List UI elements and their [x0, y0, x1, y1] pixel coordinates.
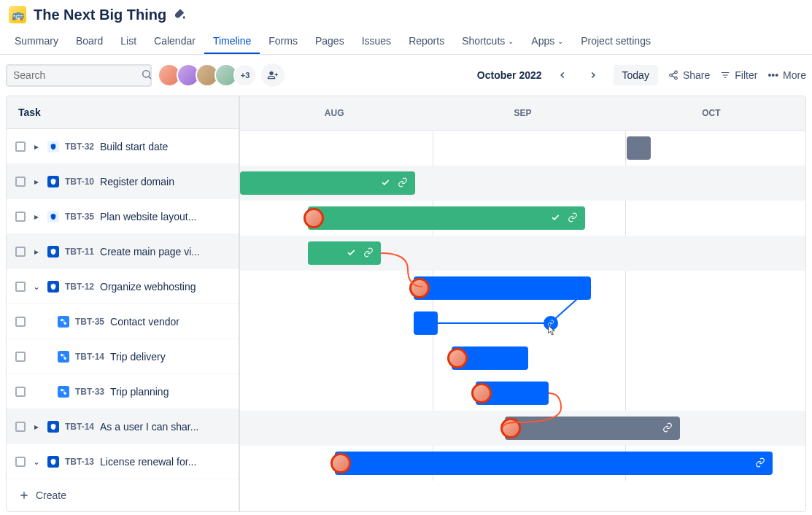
task-row[interactable]: ▸ TBT-35 Plan website layout...	[7, 199, 239, 234]
issue-type-icon	[47, 211, 59, 222]
assignee-avatar[interactable]	[447, 348, 468, 368]
task-id: TBT-12	[65, 282, 94, 292]
task-id: TBT-14	[75, 352, 104, 362]
task-row[interactable]: TBT-33 Trip planning	[7, 374, 239, 409]
search-input[interactable]	[13, 69, 141, 81]
task-row[interactable]: ⌄ TBT-12 Organize webhosting	[7, 269, 239, 304]
gantt-bar[interactable]	[505, 417, 680, 440]
task-name: Create main page vi...	[100, 246, 200, 258]
task-row[interactable]: ▸ TBT-32 Build start date	[7, 129, 239, 164]
gantt-bar[interactable]	[414, 276, 591, 300]
timeline-row	[240, 411, 805, 446]
task-id: TBT-10	[65, 177, 94, 187]
tab-apps[interactable]: Apps⌄	[522, 29, 572, 54]
theme-icon[interactable]	[174, 7, 187, 23]
gantt-bar[interactable]	[476, 382, 549, 405]
prev-button[interactable]	[552, 65, 573, 85]
checkbox[interactable]	[15, 177, 26, 187]
tab-board[interactable]: Board	[67, 29, 112, 54]
more-icon: •••	[767, 69, 778, 81]
checkbox[interactable]	[15, 317, 26, 327]
task-name: Plan website layout...	[100, 211, 196, 222]
share-button[interactable]: Share	[668, 69, 710, 81]
expand-icon[interactable]: ▸	[31, 142, 42, 152]
checkbox[interactable]	[15, 282, 26, 292]
assignee-avatar[interactable]	[500, 418, 521, 438]
task-row[interactable]: ▸ TBT-10 Register domain	[7, 164, 239, 199]
timeline-row	[240, 271, 805, 306]
tab-project-settings[interactable]: Project settings	[572, 29, 660, 54]
gantt-bar[interactable]	[240, 171, 415, 195]
avatar-overflow[interactable]: +3	[233, 63, 257, 87]
tab-summary[interactable]: Summary	[6, 29, 67, 54]
task-name: Build start date	[100, 141, 168, 152]
collapse-icon[interactable]: ⌄	[31, 282, 42, 292]
task-row[interactable]: ⌄ TBT-13 License renewal for...	[7, 444, 239, 479]
task-row[interactable]: TBT-14 Trip delivery	[7, 339, 239, 374]
gantt-bar[interactable]	[335, 452, 773, 475]
tab-calendar[interactable]: Calendar	[145, 29, 204, 54]
assignee-avatar[interactable]	[471, 383, 492, 403]
search-box[interactable]	[6, 64, 152, 87]
expand-icon[interactable]: ▸	[31, 212, 42, 222]
create-button[interactable]: Create	[7, 479, 239, 511]
timeline-row	[240, 166, 805, 201]
gantt-bar[interactable]	[308, 241, 381, 265]
gantt-bar[interactable]	[414, 311, 438, 335]
task-name: Organize webhosting	[100, 281, 196, 293]
more-button[interactable]: ••• More	[767, 69, 806, 81]
tab-timeline[interactable]: Timeline	[204, 29, 260, 54]
svg-rect-8	[64, 357, 66, 359]
collapse-icon[interactable]: ⌄	[31, 457, 42, 467]
checkbox[interactable]	[15, 212, 26, 222]
chevron-down-icon: ⌄	[557, 37, 563, 45]
timeline-row	[240, 341, 805, 376]
more-label: More	[783, 69, 806, 81]
checkbox[interactable]	[15, 352, 26, 362]
assignee-avatar[interactable]	[330, 453, 351, 473]
tab-reports[interactable]: Reports	[400, 29, 453, 54]
project-icon: 🚌	[9, 6, 26, 23]
today-button[interactable]: Today	[614, 65, 658, 85]
check-icon	[346, 247, 356, 260]
gantt-bar[interactable]	[308, 206, 585, 230]
tab-forms[interactable]: Forms	[260, 29, 306, 54]
task-id: TBT-33	[75, 387, 104, 397]
task-row[interactable]: TBT-35 Contact vendor	[7, 304, 239, 339]
checkbox[interactable]	[15, 422, 26, 432]
task-row[interactable]: ▸ TBT-11 Create main page vi...	[7, 234, 239, 269]
filter-button[interactable]: Filter	[720, 69, 757, 81]
assignee-avatar[interactable]	[303, 208, 324, 228]
timeline-row	[240, 446, 805, 481]
month-header: OCT	[617, 96, 805, 130]
tab-list[interactable]: List	[112, 29, 145, 54]
checkbox[interactable]	[15, 457, 26, 467]
checkbox[interactable]	[15, 387, 26, 397]
checkbox[interactable]	[15, 247, 26, 257]
assignee-avatar[interactable]	[409, 278, 430, 298]
task-id: TBT-32	[65, 142, 94, 152]
issue-type-icon	[58, 351, 69, 363]
expand-icon[interactable]: ▸	[31, 247, 42, 257]
gantt-bar[interactable]	[452, 346, 528, 370]
timeline-row	[240, 131, 805, 166]
task-id: TBT-11	[65, 247, 94, 257]
next-button[interactable]	[583, 65, 603, 85]
page-title: The Next Big Thing	[34, 7, 166, 23]
task-name: Trip delivery	[110, 351, 166, 363]
expand-icon[interactable]: ▸	[31, 422, 42, 432]
check-icon	[550, 212, 560, 225]
checkbox[interactable]	[15, 142, 26, 152]
tab-issues[interactable]: Issues	[353, 29, 400, 54]
avatar-stack[interactable]: +3	[158, 63, 285, 87]
svg-point-1	[269, 71, 273, 75]
task-id: TBT-13	[65, 457, 94, 467]
gantt-bar[interactable]	[627, 136, 651, 160]
check-icon	[380, 177, 390, 190]
task-row[interactable]: ▸ TBT-14 As a user I can shar...	[7, 409, 239, 444]
svg-point-4	[675, 77, 678, 80]
tab-pages[interactable]: Pages	[306, 29, 353, 54]
tab-shortcuts[interactable]: Shortcuts⌄	[453, 29, 522, 54]
add-person-button[interactable]	[261, 63, 285, 87]
expand-icon[interactable]: ▸	[31, 177, 42, 187]
